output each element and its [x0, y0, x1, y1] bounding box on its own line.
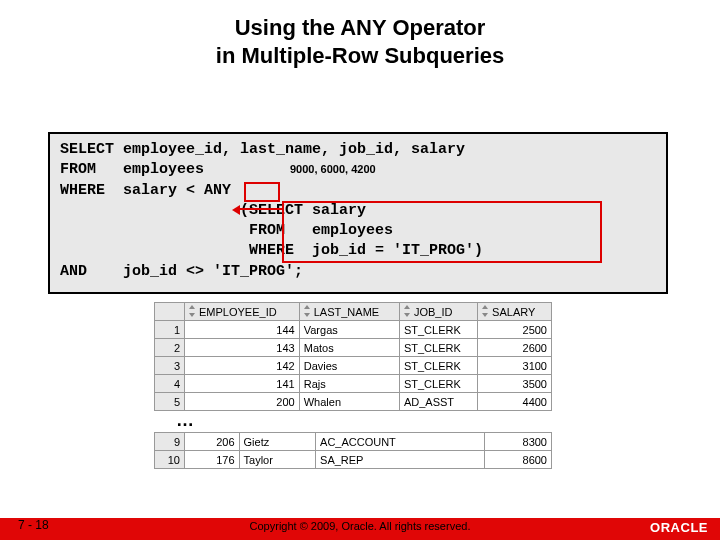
rownum: 2	[155, 339, 185, 357]
ellipsis: …	[176, 410, 194, 431]
cell: 142	[185, 357, 300, 375]
table-row: 10176TaylorSA_REP8600	[155, 451, 552, 469]
cell: 3500	[478, 375, 552, 393]
cell: AC_ACCOUNT	[316, 433, 485, 451]
cell: Davies	[299, 357, 399, 375]
header-label: LAST_NAME	[314, 306, 379, 318]
arrow-icon	[238, 208, 282, 210]
cell: Rajs	[299, 375, 399, 393]
rownum: 10	[155, 451, 185, 469]
rownum: 3	[155, 357, 185, 375]
cell: 176	[185, 451, 240, 469]
subquery-values-annotation: 9000, 6000, 4200	[290, 162, 376, 177]
table-row: 9206GietzAC_ACCOUNT8300	[155, 433, 552, 451]
sort-icon	[480, 305, 490, 317]
cell: 206	[185, 433, 240, 451]
sort-icon	[187, 305, 197, 317]
sort-icon	[402, 305, 412, 317]
cell: 4400	[478, 393, 552, 411]
header-label: EMPLOYEE_ID	[199, 306, 277, 318]
cell: ST_CLERK	[399, 357, 477, 375]
cell: 141	[185, 375, 300, 393]
cell: 8600	[485, 451, 552, 469]
table-row: 3142DaviesST_CLERK3100	[155, 357, 552, 375]
title-line-1: Using the ANY Operator	[235, 15, 486, 40]
rownum-header	[155, 303, 185, 321]
title-line-2: in Multiple-Row Subqueries	[216, 43, 504, 68]
table-row: 2143MatosST_CLERK2600	[155, 339, 552, 357]
cell: 3100	[478, 357, 552, 375]
rownum: 5	[155, 393, 185, 411]
cell: AD_ASST	[399, 393, 477, 411]
rownum: 1	[155, 321, 185, 339]
cell: SA_REP	[316, 451, 485, 469]
cell: Whalen	[299, 393, 399, 411]
highlight-any-keyword	[244, 182, 280, 202]
table-row: 1144VargasST_CLERK2500	[155, 321, 552, 339]
cell: ST_CLERK	[399, 321, 477, 339]
cell: 2600	[478, 339, 552, 357]
cell: 8300	[485, 433, 552, 451]
cell: 143	[185, 339, 300, 357]
results-table-bottom: 9206GietzAC_ACCOUNT8300 10176TaylorSA_RE…	[154, 432, 552, 469]
sort-icon	[302, 305, 312, 317]
code-line: WHERE salary < ANY	[60, 181, 656, 201]
table-row: 5200WhalenAD_ASST4400	[155, 393, 552, 411]
highlight-subquery-block	[282, 201, 602, 263]
slide-title: Using the ANY Operator in Multiple-Row S…	[0, 0, 720, 69]
results-table: 9206GietzAC_ACCOUNT8300 10176TaylorSA_RE…	[154, 432, 552, 469]
cell: 2500	[478, 321, 552, 339]
header-label: JOB_ID	[414, 306, 453, 318]
slide: Using the ANY Operator in Multiple-Row S…	[0, 0, 720, 540]
cell: ST_CLERK	[399, 375, 477, 393]
col-header-job-id: JOB_ID	[399, 303, 477, 321]
cell: ST_CLERK	[399, 339, 477, 357]
rownum: 4	[155, 375, 185, 393]
table-header-row: EMPLOYEE_ID LAST_NAME JOB_ID SALARY	[155, 303, 552, 321]
cell: Matos	[299, 339, 399, 357]
cell: 144	[185, 321, 300, 339]
header-label: SALARY	[492, 306, 535, 318]
sql-code-box: SELECT employee_id, last_name, job_id, s…	[48, 132, 668, 294]
results-table-top: EMPLOYEE_ID LAST_NAME JOB_ID SALARY 1144…	[154, 302, 552, 411]
col-header-salary: SALARY	[478, 303, 552, 321]
rownum: 9	[155, 433, 185, 451]
copyright: Copyright © 2009, Oracle. All rights res…	[0, 520, 720, 532]
footer: ORACLE 7 - 18 Copyright © 2009, Oracle. …	[0, 518, 720, 540]
table-row: 4141RajsST_CLERK3500	[155, 375, 552, 393]
code-line: AND job_id <> 'IT_PROG';	[60, 262, 656, 282]
cell: 200	[185, 393, 300, 411]
results-table: EMPLOYEE_ID LAST_NAME JOB_ID SALARY 1144…	[154, 302, 552, 411]
cell: Vargas	[299, 321, 399, 339]
cell: Taylor	[239, 451, 315, 469]
col-header-employee-id: EMPLOYEE_ID	[185, 303, 300, 321]
cell: Gietz	[239, 433, 315, 451]
code-line: SELECT employee_id, last_name, job_id, s…	[60, 140, 656, 160]
col-header-last-name: LAST_NAME	[299, 303, 399, 321]
